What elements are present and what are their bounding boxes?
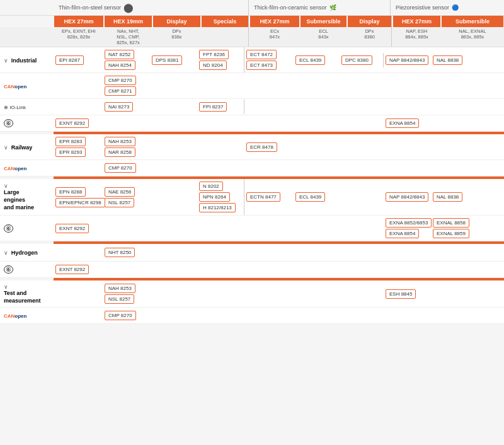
industrial-atex-label: ⑥ [0, 118, 54, 129]
chip-epr8293[interactable]: EPR 8293 [55, 147, 86, 157]
chip-nah8254[interactable]: NAH 8254 [105, 61, 135, 70]
sub-specials-thin [202, 27, 249, 47]
chip-dpc8380[interactable]: DPC 8380 [341, 55, 372, 65]
piezo-header: Piezoresistive sensor 🔵 [391, 0, 504, 15]
h2-atex-label: ⑥ [0, 264, 54, 275]
industrial-canopen-row: CANopen CMP 8270 CMP 8271 [0, 73, 504, 99]
chip-exna88528853[interactable]: EXNA 8852/8853 [386, 218, 432, 228]
railway-col1: EPR 8283 EPR 8293 [54, 134, 103, 159]
chip-exna8854-le[interactable]: EXNA 8854 [386, 229, 419, 238]
chip-cmp8271-ind[interactable]: CMP 8271 [105, 86, 136, 96]
piezo-label: Piezoresistive sensor [396, 4, 449, 11]
chip-epn8288[interactable]: EPN 8288 [55, 187, 86, 197]
chip-nat8252[interactable]: NAT 8252 [105, 50, 134, 59]
chip-fpt8236[interactable]: FPT 8236 [199, 50, 229, 59]
sub-header-spacer [0, 27, 54, 47]
le-col8: NAP 8842/8843 [384, 190, 431, 204]
thick-film-header: Thick-film-on-ceramic sensor 🌿 [249, 0, 391, 15]
le-col6: ECL 8439 [294, 190, 340, 204]
chip-npn8264[interactable]: NPN 8264 [199, 192, 230, 202]
col-hex19-thin: HEX 19mm [105, 16, 152, 27]
chip-ect8473[interactable]: ECT 8473 [246, 61, 277, 70]
chip-epi8287[interactable]: EPI 8287 [55, 55, 84, 65]
chip-n8202[interactable]: N 8202 [199, 182, 223, 191]
ind-atex-col8: EXNA 8854 [384, 116, 431, 130]
chip-nar8258[interactable]: NAR 8258 [105, 147, 135, 157]
chip-ecr8478[interactable]: ECR 8478 [246, 142, 277, 152]
category-spacer [0, 0, 54, 15]
chip-ecl8439-le[interactable]: ECL 8439 [295, 192, 325, 202]
ind-atex-col1: EXNT 8292 [54, 116, 103, 130]
large-engines-row: ∨ Largeenginesand marine EPN 8288 EPN/EP… [0, 179, 504, 216]
chip-nsl8257-le[interactable]: NSL 8257 [105, 198, 134, 207]
chip-exnal8858[interactable]: EXNAL 8858 [433, 218, 469, 228]
chip-nht8250[interactable]: NHT 8250 [105, 248, 135, 257]
col-hex27-thick: HEX 27mm [250, 16, 299, 27]
col-submersible-thick: Submersible [301, 16, 346, 27]
chip-exnt8292-h2[interactable]: EXNT 8292 [55, 265, 89, 274]
chip-nai8273[interactable]: NAI 8273 [105, 102, 133, 112]
railway-row: ∨ Railway EPR 8283 EPR 8293 NAH 8253 NAR… [0, 134, 504, 160]
sub-display-thin: DPx838x [153, 27, 200, 47]
chip-ectn8477[interactable]: ECTN 8477 [246, 192, 280, 202]
chip-cmp8270-rw[interactable]: CMP 8270 [105, 163, 136, 173]
chip-h82128213[interactable]: H 8212/8213 [199, 203, 236, 212]
chip-exna8854-ind[interactable]: EXNA 8854 [386, 118, 419, 128]
div4-bar [54, 278, 504, 280]
chip-cmp8270-ind1[interactable]: CMP 8270 [105, 76, 136, 85]
tm-col2: NAH 8253 NSL 8257 [103, 281, 150, 306]
ind-canopen-col1 [54, 84, 103, 88]
chip-nap88428843-le[interactable]: NAP 8842/8843 [386, 192, 428, 202]
div1-spacer [0, 132, 54, 134]
chip-exnt8292-ind[interactable]: EXNT 8292 [55, 118, 89, 128]
chip-exnt8292-le[interactable]: EXNT 8292 [55, 224, 89, 233]
industrial-display: DPS 8381 [150, 53, 197, 67]
chip-dps8381[interactable]: DPS 8381 [152, 55, 182, 65]
le-col4: N 8202 NPN 8264 H 8212/8213 [197, 179, 244, 215]
chip-nap88428843-ind[interactable]: NAP 8842/8843 [386, 55, 428, 65]
chip-nal8838-le[interactable]: NAL 8838 [433, 192, 462, 202]
chip-esh8845[interactable]: ESH 8845 [386, 289, 416, 299]
chip-epn-epncr8298[interactable]: EPN/EPNCR 8298 [55, 198, 105, 207]
chip-cmp8270-tm[interactable]: CMP 8270 [105, 311, 136, 320]
chip-fpi8237[interactable]: FPI 8237 [199, 102, 227, 112]
thick-film-label: Thick-film-on-ceramic sensor [254, 4, 327, 11]
hydrogen-row: ∨ Hydrogen NHT 8250 [0, 244, 504, 262]
le-col1: EPN 8288 EPN/EPNCR 8298 [54, 185, 103, 210]
divider-4 [0, 278, 504, 280]
h2-col2: NHT 8250 [103, 245, 150, 260]
hydrogen-label: ∨ Hydrogen [0, 246, 54, 258]
chip-epr8283[interactable]: EPR 8283 [55, 137, 86, 146]
industrial-thick-sub: ECL 8439 [294, 53, 340, 67]
le-col5: ECTN 8477 [244, 190, 294, 204]
h2-atex-col1: EXNT 8292 [54, 262, 103, 277]
test-measurement-row: ∨ Test andmeasurement NAH 8253 NSL 8257 … [0, 280, 504, 308]
chip-nd8204[interactable]: ND 8204 [199, 61, 227, 70]
railway-canopen-row: CANopen CMP 8270 [0, 160, 504, 176]
industrial-specials: FPT 8236 ND 8204 [197, 47, 244, 72]
chip-nah8253-tm[interactable]: NAH 8253 [105, 284, 135, 293]
tm-col8: ESH 8845 [384, 287, 431, 301]
chip-nal8838-ind[interactable]: NAL 8838 [433, 55, 462, 65]
divider-3 [0, 241, 504, 244]
chip-ect8472[interactable]: ECT 8472 [246, 50, 277, 59]
chip-nah8253-rw[interactable]: NAH 8253 [105, 137, 135, 146]
ind-iolink-col4: FPI 8237 [197, 100, 244, 114]
test-canopen-label: CANopen [0, 310, 54, 321]
ind-canopen-col2: CMP 8270 CMP 8271 [103, 73, 150, 98]
thin-film-label: Thin-film-on-steel sensor [59, 4, 121, 11]
chip-ecl8439-ind[interactable]: ECL 8439 [295, 55, 325, 65]
railway-col2: NAH 8253 NAR 8258 [103, 134, 150, 159]
rw-can-col2: CMP 8270 [103, 161, 150, 175]
industrial-atex-row: ⑥ EXNT 8292 EXNA 8854 [0, 115, 504, 132]
sub-submersible-piezo: NAL, EXNAL863x, 885x [442, 27, 503, 47]
chip-exnal8859[interactable]: EXNAL 8859 [433, 229, 469, 238]
thin-film-header: Thin-film-on-steel sensor ⬤ [54, 0, 249, 15]
railway-col5: ECR 8478 [244, 140, 294, 154]
chip-nsl8257-tm[interactable]: NSL 8257 [105, 294, 134, 304]
col-specials-thin: Specials [202, 16, 249, 27]
chip-nae8256[interactable]: NAE 8256 [105, 187, 135, 197]
divider-2 [0, 176, 504, 179]
col-submersible-piezo: Submersible [442, 16, 503, 27]
industrial-hex27: EPI 8287 [54, 53, 103, 67]
